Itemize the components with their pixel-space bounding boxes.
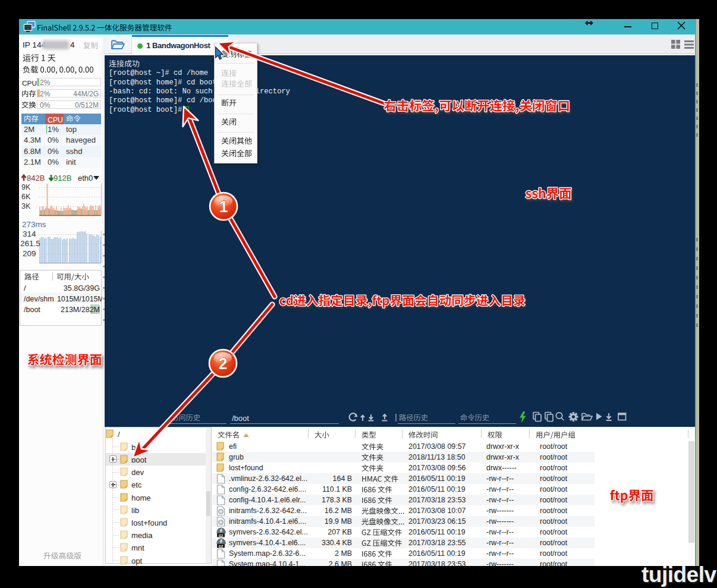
svg-text:2: 2 [218, 355, 227, 373]
svg-text:1: 1 [219, 198, 228, 216]
